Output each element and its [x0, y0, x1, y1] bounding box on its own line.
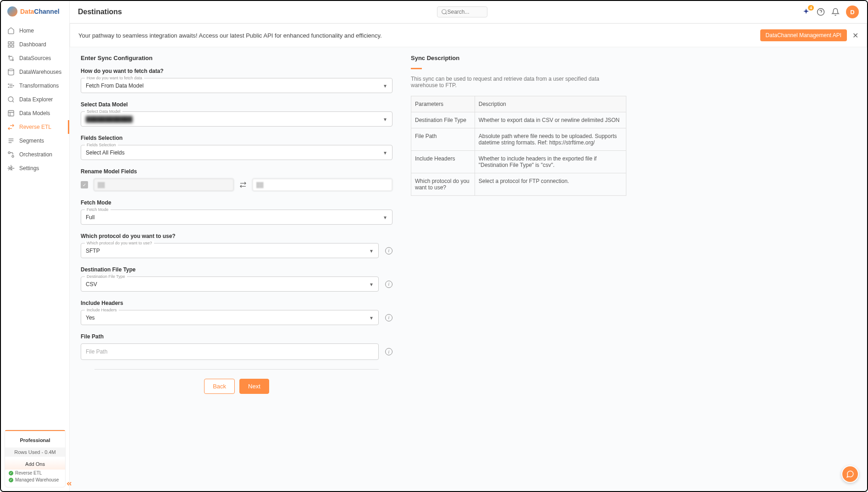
topbar: Destinations 4 D	[70, 1, 867, 23]
rename-target-input[interactable]: ██	[252, 178, 393, 191]
logo-icon	[7, 6, 17, 17]
rename-checkbox[interactable]: ✓	[81, 181, 88, 188]
nav-data-explorer[interactable]: Data Explorer	[1, 93, 69, 106]
nav-datasources[interactable]: DataSources	[1, 51, 69, 65]
dest-type-select[interactable]: Destination File Type CSV ▼	[81, 276, 379, 292]
nav-datawarehouses[interactable]: DataWarehouses	[1, 65, 69, 79]
model-select[interactable]: Select Data Model ████████████ ▼	[81, 111, 393, 127]
orchestration-icon	[7, 151, 15, 158]
td-param: Include Headers	[411, 151, 475, 173]
form-column: Enter Sync Configuration How do you want…	[81, 55, 393, 484]
td-param: File Path	[411, 128, 475, 151]
sync-desc-title: Sync Description	[411, 55, 626, 61]
nav-segments[interactable]: Segments	[1, 134, 69, 148]
transform-icon	[7, 82, 15, 89]
fetch-select[interactable]: How do you want to fetch data Fetch From…	[81, 78, 393, 93]
addon-label: Reverse ETL	[15, 470, 42, 475]
warehouse-icon	[7, 68, 15, 76]
plan-box: Professional Rows Used - 0.4M Add Ons ✓R…	[5, 430, 66, 487]
addon-item: ✓Reverse ETL	[9, 470, 61, 476]
floating-label: Fields Selection	[85, 143, 118, 147]
protocol-select[interactable]: Which protocol do you want to use? SFTP …	[81, 243, 379, 258]
fetch-mode-select[interactable]: Fetch Mode Full ▼	[81, 210, 393, 225]
svg-rect-0	[8, 42, 11, 44]
nav-label: Settings	[19, 165, 39, 171]
floating-label: Select Data Model	[85, 109, 122, 114]
search-box[interactable]	[437, 6, 487, 17]
swap-icon	[239, 181, 247, 188]
collapse-sidebar-icon[interactable]	[66, 480, 73, 487]
chevron-down-icon: ▼	[369, 248, 374, 253]
svg-rect-2	[8, 45, 11, 47]
info-icon[interactable]: i	[385, 314, 393, 321]
table-row: File PathAbsolute path where file needs …	[411, 128, 626, 151]
help-button[interactable]	[817, 8, 825, 16]
svg-point-13	[12, 155, 14, 157]
chevron-down-icon: ▼	[383, 83, 387, 88]
sparkle-button[interactable]: 4	[802, 8, 810, 16]
nav-label: DataWarehouses	[19, 69, 61, 75]
nav-label: Data Models	[19, 110, 50, 116]
close-icon[interactable]: ✕	[852, 31, 858, 40]
td-desc: Whether to include headers in the export…	[475, 151, 626, 173]
info-icon[interactable]: i	[385, 247, 393, 254]
nav-settings[interactable]: Settings	[1, 161, 69, 175]
check-icon: ✓	[9, 478, 13, 482]
next-button[interactable]: Next	[239, 379, 269, 394]
chat-bubble[interactable]	[841, 465, 859, 483]
svg-point-6	[8, 69, 14, 71]
filepath-label: File Path	[81, 333, 393, 340]
nav-home[interactable]: Home	[1, 24, 69, 38]
rows-used: Rows Used - 0.4M	[5, 448, 65, 457]
logo-text: DataChannel	[20, 8, 60, 15]
bell-button[interactable]	[831, 8, 840, 16]
gear-icon	[7, 165, 15, 172]
nav-transformations[interactable]: Transformations	[1, 79, 69, 93]
select-value: SFTP	[86, 248, 100, 254]
chevron-down-icon: ▼	[369, 315, 374, 320]
nav-dashboard[interactable]: Dashboard	[1, 38, 69, 51]
segments-icon	[7, 137, 15, 144]
th-parameters: Parameters	[411, 96, 475, 112]
back-button[interactable]: Back	[204, 379, 235, 394]
info-icon[interactable]: i	[385, 281, 393, 288]
fields-label: Fields Selection	[81, 135, 393, 141]
select-value: Fetch From Data Model	[86, 83, 144, 89]
nav: Home Dashboard DataSources DataWarehouse…	[1, 22, 69, 426]
api-button[interactable]: DataChannel Management API	[760, 29, 847, 41]
model-label: Select Data Model	[81, 101, 393, 108]
svg-point-8	[8, 87, 9, 88]
select-value: Full	[86, 214, 94, 221]
svg-point-15	[442, 10, 446, 14]
svg-rect-3	[11, 45, 14, 47]
svg-rect-1	[11, 42, 14, 44]
title-underline	[411, 68, 422, 69]
th-description: Description	[475, 96, 626, 112]
nav-label: Orchestration	[19, 151, 52, 158]
select-value: Select All Fields	[86, 149, 125, 156]
td-desc: Whether to export data in CSV or newline…	[475, 112, 626, 128]
search-input[interactable]	[448, 9, 480, 15]
svg-point-12	[8, 152, 10, 154]
addons-title: Add Ons	[5, 459, 65, 470]
svg-point-9	[13, 85, 14, 86]
divider	[94, 369, 379, 370]
rename-source-input[interactable]: ██	[94, 178, 234, 191]
addon-item: ✓Managed Warehouse	[9, 476, 61, 483]
svg-point-10	[8, 97, 13, 102]
svg-point-4	[9, 56, 10, 57]
reverse-etl-icon	[7, 123, 15, 131]
floating-label: Which protocol do you want to use?	[85, 241, 154, 245]
info-icon[interactable]: i	[385, 348, 393, 355]
nav-orchestration[interactable]: Orchestration	[1, 148, 69, 161]
param-table: Parameters Description Destination File …	[411, 96, 626, 196]
fields-select[interactable]: Fields Selection Select All Fields ▼	[81, 145, 393, 160]
filepath-input[interactable]	[81, 343, 379, 360]
logo[interactable]: DataChannel	[1, 1, 69, 22]
avatar[interactable]: D	[846, 6, 859, 18]
models-icon	[7, 110, 15, 117]
headers-select[interactable]: Include Headers Yes ▼	[81, 310, 379, 325]
nav-reverse-etl[interactable]: Reverse ETL	[1, 120, 69, 134]
notification-badge: 4	[808, 5, 814, 11]
nav-data-models[interactable]: Data Models	[1, 106, 69, 120]
